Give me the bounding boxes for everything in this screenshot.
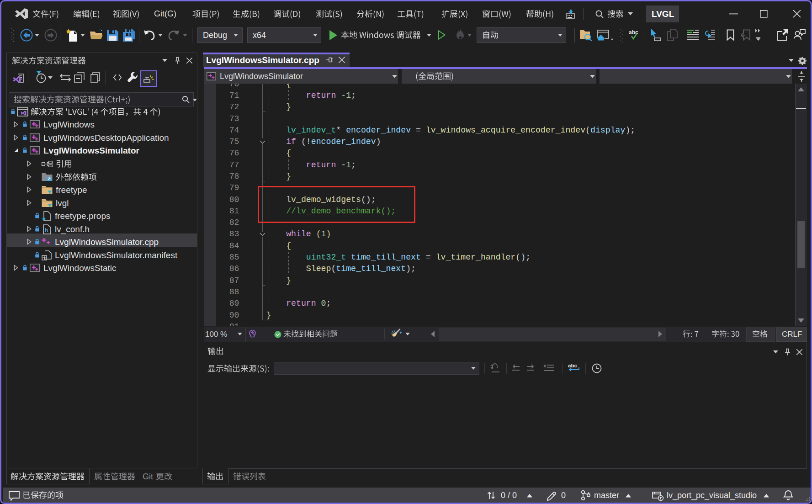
svg-text:h: h	[45, 227, 48, 233]
svg-text:abc: abc	[629, 30, 638, 36]
svg-text:abc: abc	[568, 363, 577, 368]
